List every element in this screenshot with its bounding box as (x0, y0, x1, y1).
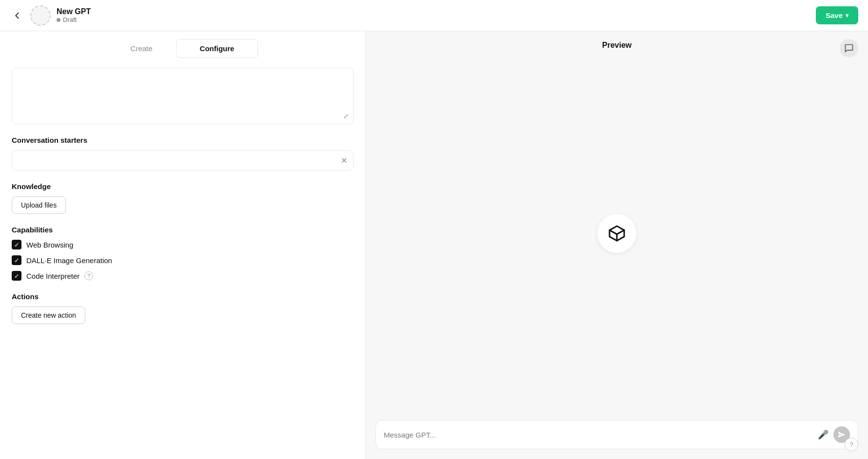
actions-section: Actions Create new action (12, 292, 354, 324)
capability-dalle: ✓ DALL·E Image Generation (12, 255, 354, 265)
conversation-starters-label: Conversation starters (12, 136, 354, 144)
checkbox-code-interpreter[interactable]: ✓ (12, 271, 21, 281)
instructions-box: ⤢ (12, 68, 354, 124)
actions-label: Actions (12, 292, 354, 301)
svg-line-2 (617, 230, 624, 234)
gpt-title-block: New GPT Draft (57, 7, 91, 23)
gpt-cube-icon-wrapper (597, 214, 636, 253)
capability-web-browsing-label: Web Browsing (26, 241, 73, 249)
status-dot (57, 18, 60, 22)
settings-icon[interactable] (840, 39, 858, 57)
expand-icon[interactable]: ⤢ (343, 112, 349, 120)
code-interpreter-help-icon[interactable]: ? (84, 271, 93, 280)
save-button[interactable]: Save ▾ (816, 6, 858, 24)
checkmark-icon: ✓ (14, 273, 20, 279)
preview-footer: 🎤 (366, 412, 868, 459)
tab-create[interactable]: Create (107, 39, 176, 58)
checkmark-icon: ✓ (14, 257, 20, 264)
help-button[interactable]: ? (845, 438, 858, 451)
knowledge-section: Knowledge Upload files (12, 182, 354, 214)
left-panel: Create Configure ⤢ Conversation starters… (0, 31, 366, 459)
clear-starter-button[interactable]: ✕ (335, 151, 353, 170)
configure-content: ⤢ Conversation starters ✕ Knowledge Uplo… (0, 58, 365, 459)
save-label: Save (826, 11, 843, 19)
conversation-starter-row: ✕ (12, 150, 354, 171)
gpt-title: New GPT (57, 7, 91, 16)
chevron-down-icon: ▾ (846, 12, 848, 19)
capabilities-section: Capabilities ✓ Web Browsing ✓ DALL·E Ima… (12, 226, 354, 281)
header: New GPT Draft Save ▾ (0, 0, 868, 31)
gpt-status: Draft (57, 16, 91, 23)
instructions-textarea[interactable] (12, 68, 353, 122)
avatar (30, 5, 51, 26)
conversation-starter-input[interactable] (12, 151, 335, 170)
header-left: New GPT Draft (10, 5, 91, 26)
status-text: Draft (63, 16, 77, 23)
checkbox-web-browsing[interactable]: ✓ (12, 240, 21, 249)
tabs: Create Configure (0, 31, 365, 58)
tab-configure[interactable]: Configure (176, 39, 258, 58)
preview-title: Preview (366, 31, 868, 55)
back-button[interactable] (10, 8, 24, 23)
preview-body (366, 55, 868, 412)
knowledge-label: Knowledge (12, 182, 354, 191)
capability-code-interpreter-label: Code Interpreter (26, 272, 79, 280)
cube-icon (607, 224, 627, 243)
capability-dalle-label: DALL·E Image Generation (26, 256, 112, 265)
message-input-row: 🎤 (375, 420, 858, 449)
checkmark-icon: ✓ (14, 242, 20, 248)
main: Create Configure ⤢ Conversation starters… (0, 31, 868, 459)
capabilities-label: Capabilities (12, 226, 354, 234)
capability-code-interpreter: ✓ Code Interpreter ? (12, 271, 354, 281)
upload-files-button[interactable]: Upload files (12, 196, 66, 214)
svg-line-0 (610, 230, 617, 234)
microphone-icon[interactable]: 🎤 (818, 429, 829, 440)
capability-web-browsing: ✓ Web Browsing (12, 240, 354, 249)
message-input[interactable] (384, 431, 813, 439)
create-action-button[interactable]: Create new action (12, 306, 85, 324)
checkbox-dalle[interactable]: ✓ (12, 255, 21, 265)
right-panel: Preview 🎤 ? (366, 31, 868, 459)
